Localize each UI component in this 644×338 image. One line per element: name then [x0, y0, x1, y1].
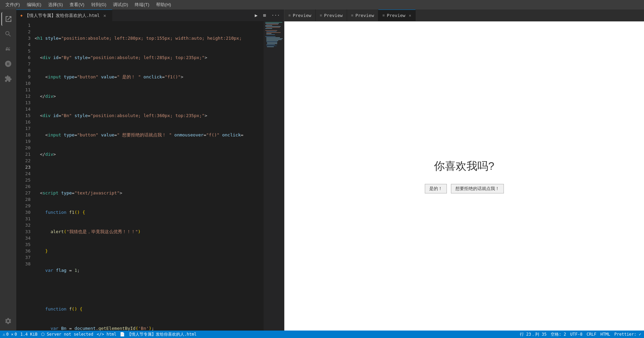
warning-icon: ⚠ — [3, 332, 5, 337]
tab-close-button[interactable]: × — [102, 13, 108, 19]
menu-file[interactable]: 文件(F) — [3, 1, 23, 8]
code-line-13: var flag = 1; — [33, 267, 264, 274]
html-label: html — [107, 332, 116, 337]
activity-source-control[interactable] — [1, 42, 15, 56]
status-server[interactable]: ⬡ Server not selected — [41, 332, 94, 337]
code-line-8 — [33, 170, 264, 177]
preview-tab-1[interactable]: ≡ Preview — [284, 10, 316, 21]
svg-rect-8 — [265, 30, 277, 31]
svg-rect-10 — [266, 32, 281, 33]
status-bar: ⚠ 0 ✕ 0 1.4 KiB ⬡ Server not selected </… — [0, 331, 644, 338]
activity-settings[interactable] — [1, 314, 15, 328]
preview-icon-2: ≡ — [320, 13, 322, 18]
preview-content: 你喜欢我吗? 是的！ 想要拒绝的话就点我！ — [284, 21, 644, 331]
line-numbers: 1 2 3 4 5 6 7 8 9 10 11 12 13 14 15 16 1 — [16, 21, 33, 331]
svg-rect-19 — [267, 42, 277, 43]
code-line-12: } — [33, 248, 264, 254]
status-left: ⚠ 0 ✕ 0 1.4 KiB ⬡ Server not selected </… — [3, 332, 196, 337]
code-tab-bar: ◆ 【情人节专属】发给你喜欢的人.html × ▶ ⊞ ··· — [16, 10, 284, 21]
svg-rect-7 — [265, 28, 272, 29]
preview-yes-button[interactable]: 是的！ — [425, 184, 447, 193]
code-line-16: var Bn = document.getElementById('Bn'); — [33, 325, 264, 331]
code-tab-main[interactable]: ◆ 【情人节专属】发给你喜欢的人.html × — [16, 10, 112, 21]
status-tab-ref[interactable]: 📄 【情人节专属】发给你喜欢的人.html — [120, 332, 196, 337]
svg-rect-11 — [266, 33, 271, 34]
svg-rect-13 — [265, 36, 276, 37]
more-actions-button[interactable]: ··· — [270, 12, 281, 19]
menu-edit[interactable]: 编辑(E) — [24, 1, 44, 8]
status-prettier[interactable]: Prettier: ✓ — [614, 332, 641, 337]
preview-tabs: ≡ Preview ≡ Preview ≡ Preview ≡ Preview … — [284, 10, 644, 21]
menu-select[interactable]: 选择(S) — [45, 1, 65, 8]
code-line-10: function f1() { — [33, 209, 264, 215]
preview-icon-4: ≡ — [382, 13, 385, 18]
tab-ref-label: 【情人节专属】发给你喜欢的人.html — [127, 332, 196, 337]
main-area: ◆ 【情人节专属】发给你喜欢的人.html × ▶ ⊞ ··· 1 2 3 4 … — [0, 10, 644, 331]
svg-rect-23 — [267, 46, 274, 47]
menu-help[interactable]: 帮助(H) — [153, 1, 174, 8]
html-icon: </> — [97, 332, 104, 337]
svg-rect-5 — [265, 26, 281, 27]
code-line-2: <div id="By" style="position:absolute; l… — [33, 54, 264, 61]
svg-rect-22 — [266, 45, 277, 46]
tab-actions: ▶ ⊞ ··· — [251, 10, 284, 21]
svg-rect-16 — [266, 39, 282, 40]
svg-rect-4 — [265, 25, 272, 26]
code-line-14 — [33, 286, 264, 293]
run-button[interactable]: ▶ — [253, 12, 259, 19]
preview-buttons: 是的！ 想要拒绝的话就点我！ — [425, 184, 504, 193]
menu-debug[interactable]: 调试(D) — [110, 1, 131, 8]
split-editor-button[interactable]: ⊞ — [262, 12, 267, 19]
svg-rect-20 — [267, 43, 277, 44]
code-line-15: function f() { — [33, 306, 264, 312]
warning-count: 0 — [6, 332, 8, 337]
svg-rect-2 — [265, 23, 279, 24]
code-line-3: <input type="button" value=" 是的！ " oncli… — [33, 74, 264, 80]
status-warnings[interactable]: ⚠ 0 ✕ 0 — [3, 332, 17, 337]
preview-area: ≡ Preview ≡ Preview ≡ Preview ≡ Preview … — [284, 10, 644, 331]
preview-tab-2-label: Preview — [324, 13, 343, 18]
preview-page: 你喜欢我吗? 是的！ 想要拒绝的话就点我！ — [284, 21, 644, 331]
preview-icon-1: ≡ — [288, 13, 291, 18]
server-label: Server not selected — [47, 332, 93, 337]
server-icon: ⬡ — [41, 332, 44, 337]
menu-terminal[interactable]: 终端(T) — [132, 1, 152, 8]
activity-extensions[interactable] — [1, 72, 15, 86]
error-count: 0 — [15, 332, 17, 337]
menu-view[interactable]: 查看(V) — [67, 1, 87, 8]
status-spaces[interactable]: 空格: 2 — [551, 332, 566, 337]
status-right: 行 23，列 35 空格: 2 UTF-8 CRLF HTML Prettier… — [520, 332, 641, 337]
svg-rect-12 — [266, 34, 275, 35]
status-language[interactable]: HTML — [601, 332, 610, 337]
preview-tab-3-label: Preview — [355, 13, 374, 18]
menu-bar: 文件(F) 编辑(E) 选择(S) 查看(V) 转到(G) 调试(D) 终端(T… — [0, 0, 644, 10]
activity-run-debug[interactable] — [1, 57, 15, 71]
preview-tab-3[interactable]: ≡ Preview — [347, 10, 378, 21]
code-editor[interactable]: 1 2 3 4 5 6 7 8 9 10 11 12 13 14 15 16 1 — [16, 21, 284, 331]
code-line-1: <h1 style="position:absolute; left:280px… — [33, 35, 264, 41]
activity-explorer[interactable] — [1, 12, 15, 26]
preview-tab-4[interactable]: ≡ Preview × — [378, 10, 416, 21]
code-panel: ◆ 【情人节专属】发给你喜欢的人.html × ▶ ⊞ ··· 1 2 3 4 … — [16, 10, 284, 331]
status-line-col[interactable]: 行 23，列 35 — [520, 332, 547, 337]
status-encoding[interactable]: UTF-8 — [570, 332, 583, 337]
activity-bar — [0, 10, 16, 331]
code-line-5: <div id="Bn" style="position:absolute; l… — [33, 112, 264, 119]
preview-reject-button[interactable]: 想要拒绝的话就点我！ — [451, 184, 504, 193]
activity-search[interactable] — [1, 27, 15, 41]
svg-rect-15 — [266, 38, 283, 39]
svg-rect-0 — [264, 21, 284, 279]
code-line-6: <input type="button" value=" 想要拒绝的话就点我！ … — [33, 132, 264, 138]
code-text[interactable]: <h1 style="position:absolute; left:280px… — [33, 21, 264, 331]
preview-tab-2[interactable]: ≡ Preview — [316, 10, 347, 21]
status-line-ending[interactable]: CRLF — [587, 332, 596, 337]
preview-tab-close-button[interactable]: × — [409, 13, 411, 18]
status-file-size: 1.4 KiB — [20, 332, 38, 337]
minimap — [264, 21, 284, 331]
status-html[interactable]: </> html — [97, 332, 116, 337]
svg-rect-17 — [266, 40, 278, 41]
svg-rect-6 — [266, 27, 280, 28]
svg-rect-1 — [265, 22, 282, 23]
svg-rect-18 — [266, 41, 277, 42]
menu-goto[interactable]: 转到(G) — [89, 1, 109, 8]
